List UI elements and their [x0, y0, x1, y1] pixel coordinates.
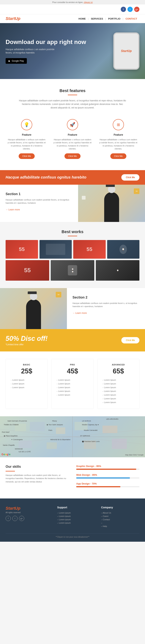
feature-desc-3: Hacque adfabilitate c onfisus cum eadem …: [99, 138, 138, 150]
twitter-icon[interactable]: t: [128, 7, 133, 12]
basic-feature-2: Lorem Ipsum: [10, 382, 43, 386]
top-bar: Pour consulter la version en ligne, cliq…: [0, 0, 145, 4]
nav-links: HOME | SERVICES | PORTFLIO | CONTACT: [76, 17, 140, 20]
works-grid-row2: 55 ⌚ ⌚ ⌚: [6, 260, 140, 281]
feature-icon-2: 🚀: [67, 119, 78, 130]
best-works-title: Best works: [6, 230, 140, 234]
map-label-7: MONNAIE: [15, 448, 23, 450]
features-divider: [68, 95, 77, 95]
header: placeholder f t g+: [0, 4, 145, 14]
section2-learn-more[interactable]: → Learn more: [72, 312, 87, 314]
pricing-basic-tier: BASIC: [9, 364, 44, 366]
work-item-3[interactable]: 55: [73, 240, 106, 259]
footer-google-icon[interactable]: g+: [19, 516, 24, 521]
hero-section: Download our app right now Hacque adfabi…: [0, 23, 145, 79]
work-item-2[interactable]: [40, 240, 72, 259]
map-label-4: ◉ Place Dauphine: [4, 435, 18, 437]
section2-body: Hacque adfabilitate confisus cum eadem p…: [72, 302, 140, 308]
pricing-advanced-price: 65$: [100, 367, 136, 375]
features-description: Hacque adfabilitate confisum cum eadem p…: [18, 99, 126, 110]
discount-button[interactable]: Click Me: [121, 337, 140, 344]
social-icons: f t g+: [121, 7, 140, 12]
work-item-1[interactable]: 55: [6, 240, 38, 259]
cta-button[interactable]: Click Me: [121, 174, 140, 180]
google-plus-icon[interactable]: g+: [134, 7, 140, 12]
svg-rect-5: [30, 422, 45, 431]
map-label-9: Fleury: [52, 420, 57, 422]
basic-feature-1: Lorem Ipsum: [10, 378, 43, 382]
google-play-button[interactable]: ▶ Google Play: [6, 58, 27, 64]
map-label-10: ◉ Tour Saint-Jacques: [46, 424, 63, 426]
google-play-label: Google Play: [12, 60, 24, 62]
skills-body: Hacque adfabilitate confisus cum eadem p…: [6, 474, 69, 484]
skill-web-fill: [76, 478, 130, 478]
nav-portfolio[interactable]: PORTFLIO: [106, 17, 123, 20]
map-label-5: ✦ Conciergerie: [11, 439, 23, 440]
work-item-4[interactable]: ⌚: [107, 240, 140, 259]
adv-feature-6: Lorem Ipsum: [102, 397, 134, 400]
map-label-13: Musée Carnavalet: [84, 429, 98, 431]
footer-company-list: About Us Carerr Contact Help: [101, 511, 140, 528]
section1-image: 94: [78, 185, 145, 222]
pricing-pro-tier: PRO: [54, 364, 90, 366]
footer-rights: All rights reserved: [6, 512, 52, 514]
footer-twitter-icon[interactable]: t: [12, 516, 18, 521]
hero-content: Download our app right now Hacque adfabi…: [6, 38, 113, 64]
section1-learn-more[interactable]: → Learn more: [6, 208, 20, 211]
map-section: Saint Germain d'Auxerrois Théâtre du Châ…: [0, 416, 145, 457]
footer-company-title: Company: [101, 506, 140, 509]
map-copyright: Map data ©2017 Google: [125, 454, 144, 456]
footer-support: Support Lorem ipsum Lorem ipsum Lorem ip…: [57, 506, 96, 528]
work-item-6[interactable]: ⌚ ⌚: [51, 260, 94, 281]
nav-services[interactable]: SERVICES: [88, 17, 105, 20]
svg-rect-6: [56, 428, 65, 434]
topbar-link[interactable]: cliquez ici: [84, 1, 93, 3]
footer-social-icons: f t g+: [6, 516, 52, 521]
pricing-pro: PRO 45$ Lorem Ipsum Lorem Ipsum Lorem Ip…: [52, 359, 94, 409]
feature-icon-3: ⊞: [113, 119, 124, 130]
features-section: Best features Hacque adfabilitate confis…: [0, 79, 145, 170]
pricing-advanced-features: Lorem Ipsum Lorem Ipsum Lorem Ipsum Lore…: [100, 378, 136, 404]
facebook-icon[interactable]: f: [121, 7, 126, 12]
feature-btn-3[interactable]: Click Me: [110, 153, 126, 159]
skill-app-fill: [76, 486, 120, 487]
feature-btn-2[interactable]: Click Me: [64, 153, 80, 159]
pricing-pro-features: Lorem Ipsum Lorem Ipsum Lorem Ipsum Lore…: [54, 378, 90, 397]
map-placeholder: Saint Germain d'Auxerrois Théâtre du Châ…: [0, 416, 145, 457]
skill-graphic-fill: [76, 469, 136, 470]
section2: Section 2 Hacque adfabilitate confisus c…: [0, 288, 145, 329]
footer-company: Company About Us Carerr Contact Help: [101, 506, 140, 528]
adv-feature-3: Lorem Ipsum: [102, 386, 134, 389]
footer-facebook-icon[interactable]: f: [6, 516, 11, 521]
best-works-divider: [68, 236, 77, 236]
discount-banner: 50% Disc off! *Limited time offer Click …: [0, 329, 145, 352]
discount-content: 50% Disc off! *Limited time offer: [6, 335, 48, 346]
best-works-section: Best works 55 55 ⌚ 55 ⌚ ⌚ ⌚: [0, 222, 145, 288]
footer-bottom: **Cliquer ici non pour vous désabonner**: [6, 534, 140, 538]
footer-support-title: Support: [57, 506, 96, 509]
feature-desc-2: Hacque adfabilitate c onfisus cum eadem …: [53, 138, 92, 150]
skill-web-label: Web Design - 85%: [76, 474, 140, 476]
cta-banner: Hacque adfabilitate confisus ognitus har…: [0, 170, 145, 185]
pricing-advanced: ADVANCED 65$ Lorem Ipsum Lorem Ipsum Lor…: [97, 359, 140, 409]
svg-rect-10: [46, 442, 57, 449]
basic-feature-3: Lorem Ipsum: [10, 386, 43, 389]
skill-app-bar: [76, 486, 140, 487]
feature-btn-1[interactable]: Click Me: [19, 153, 35, 159]
pricing-section: BASIC 25$ Lorem Ipsum Lorem Ipsum Lorem …: [0, 352, 145, 416]
adv-feature-2: Lorem Ipsum: [102, 382, 134, 386]
work-item-5[interactable]: 55: [6, 260, 49, 281]
adv-feature-7: Lorem Ipsum: [102, 400, 134, 404]
nav-logo[interactable]: StartUp: [6, 16, 20, 21]
work-item-7[interactable]: ⌚: [96, 260, 140, 281]
map-label-marais: LE MARAIS: [82, 420, 91, 422]
support-item-1: Lorem ipsum: [57, 511, 96, 514]
nav-home[interactable]: HOME: [76, 17, 88, 20]
footer-bottom-text: **Cliquer ici non pour vous désabonner**: [56, 536, 89, 538]
skill-graphic-bar: [76, 469, 140, 470]
map-label-3: Pont Neuf: [2, 431, 9, 433]
map-label-archives: LES ARCHIVES: [106, 418, 118, 420]
map-label-14: ⬤ Paroisse Saint Louis: [82, 440, 100, 442]
map-label-11: Mémorial de la Déportation: [50, 439, 70, 440]
nav-contact[interactable]: CONTACT: [123, 17, 140, 20]
